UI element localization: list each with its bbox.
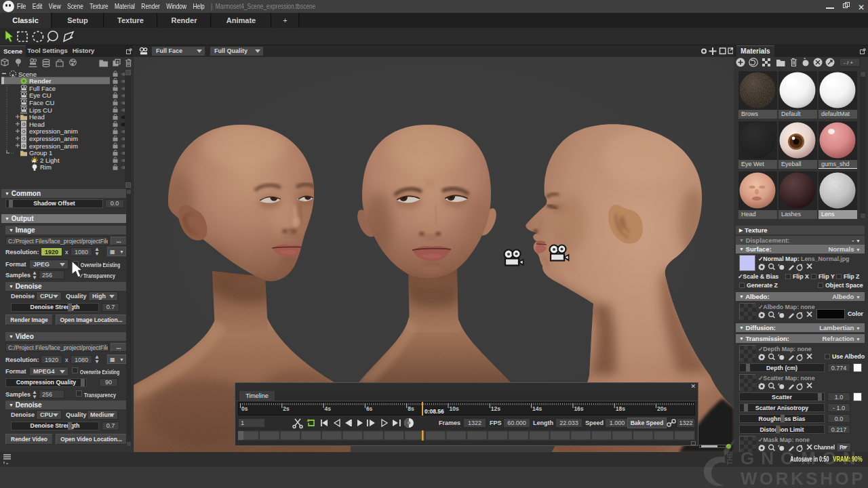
svg-text:16s: 16s <box>574 405 583 412</box>
svg-text:0:08.56: 0:08.56 <box>425 408 444 415</box>
svg-text:THE: THE <box>726 451 734 465</box>
svg-text:10s: 10s <box>450 405 459 412</box>
svg-text:14s: 14s <box>532 405 542 412</box>
svg-text:18s: 18s <box>616 405 625 412</box>
svg-text:4s: 4s <box>325 405 332 412</box>
svg-text:- / +: - / + <box>844 60 853 66</box>
svg-text:WORKSHOP: WORKSHOP <box>741 468 865 488</box>
svg-text:20s: 20s <box>657 405 667 412</box>
svg-text:0s: 0s <box>241 405 248 412</box>
svg-text:8s: 8s <box>408 405 414 412</box>
svg-text:6s: 6s <box>366 405 373 412</box>
svg-text:12s: 12s <box>491 405 500 412</box>
svg-text:2s: 2s <box>283 405 290 412</box>
